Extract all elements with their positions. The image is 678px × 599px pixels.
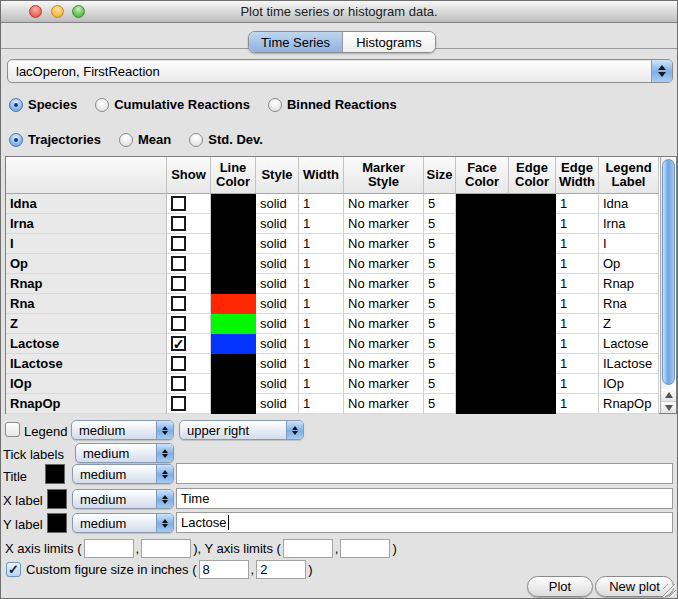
face-color-swatch[interactable] [456, 214, 509, 234]
y-label-font-size-select[interactable]: medium [72, 513, 174, 533]
tick-labels-font-size-select[interactable]: medium [75, 443, 174, 463]
legend-label-cell[interactable]: Lactose [599, 334, 659, 354]
style-cell[interactable]: solid [256, 214, 299, 234]
edge-color-swatch[interactable] [509, 274, 556, 294]
row-label[interactable]: IOp [6, 374, 167, 394]
scroll-down-icon[interactable] [661, 401, 676, 413]
width-cell[interactable]: 1 [299, 234, 344, 254]
style-cell[interactable]: solid [256, 314, 299, 334]
edge-color-swatch[interactable] [509, 234, 556, 254]
show-checkbox[interactable] [171, 216, 186, 231]
radio-cumulative-reactions[interactable]: Cumulative Reactions [95, 97, 250, 112]
marker-style-cell[interactable]: No marker [344, 254, 424, 274]
face-color-swatch[interactable] [456, 354, 509, 374]
row-label[interactable]: Rna [6, 294, 167, 314]
show-checkbox[interactable] [171, 256, 186, 271]
size-cell[interactable]: 5 [424, 334, 456, 354]
style-cell[interactable]: solid [256, 234, 299, 254]
edge-color-swatch[interactable] [509, 374, 556, 394]
legend-label-cell[interactable]: Rnap [599, 274, 659, 294]
figure-height-input[interactable]: 2 [256, 560, 306, 579]
row-label[interactable]: Rnap [6, 274, 167, 294]
y-min-input[interactable] [283, 539, 333, 558]
legend-position-select[interactable]: upper right [179, 420, 304, 440]
marker-style-cell[interactable]: No marker [344, 394, 424, 414]
y-label-input[interactable]: Lactose [176, 512, 673, 533]
titlebar[interactable]: Plot time series or histogram data. [1, 1, 677, 23]
figure-width-input[interactable]: 8 [199, 560, 249, 579]
size-cell[interactable]: 5 [424, 214, 456, 234]
line-color-swatch[interactable] [211, 394, 256, 414]
show-checkbox[interactable]: ✓ [171, 336, 186, 351]
line-color-swatch[interactable] [211, 314, 256, 334]
table-scrollbar[interactable] [660, 157, 676, 413]
legend-checkbox[interactable] [5, 422, 20, 437]
marker-style-cell[interactable]: No marker [344, 274, 424, 294]
width-cell[interactable]: 1 [299, 374, 344, 394]
scroll-up-icon[interactable] [661, 389, 676, 401]
marker-style-cell[interactable]: No marker [344, 354, 424, 374]
face-color-swatch[interactable] [456, 374, 509, 394]
width-cell[interactable]: 1 [299, 194, 344, 214]
row-label[interactable]: Z [6, 314, 167, 334]
legend-label-cell[interactable]: I [599, 234, 659, 254]
radio-species[interactable]: Species [9, 97, 77, 112]
show-checkbox[interactable] [171, 276, 186, 291]
legend-label-cell[interactable]: ILactose [599, 354, 659, 374]
line-color-swatch[interactable] [211, 234, 256, 254]
show-checkbox[interactable] [171, 196, 186, 211]
row-label[interactable]: Irna [6, 214, 167, 234]
line-color-swatch[interactable] [211, 274, 256, 294]
x-min-input[interactable] [84, 539, 134, 558]
size-cell[interactable]: 5 [424, 394, 456, 414]
size-cell[interactable]: 5 [424, 314, 456, 334]
legend-label-cell[interactable]: Rna [599, 294, 659, 314]
width-cell[interactable]: 1 [299, 294, 344, 314]
title-color-swatch[interactable] [45, 464, 65, 484]
legend-label-cell[interactable]: IOp [599, 374, 659, 394]
style-cell[interactable]: solid [256, 394, 299, 414]
x-label-color-swatch[interactable] [47, 489, 67, 509]
style-cell[interactable]: solid [256, 374, 299, 394]
row-label[interactable]: Op [6, 254, 167, 274]
x-label-input[interactable]: Time [176, 488, 673, 509]
edge-width-cell[interactable]: 1 [556, 254, 599, 274]
row-label[interactable]: I [6, 234, 167, 254]
show-checkbox[interactable] [171, 376, 186, 391]
style-cell[interactable]: solid [256, 334, 299, 354]
width-cell[interactable]: 1 [299, 354, 344, 374]
style-cell[interactable]: solid [256, 194, 299, 214]
x-label-font-size-select[interactable]: medium [72, 489, 174, 509]
width-cell[interactable]: 1 [299, 214, 344, 234]
simulation-select[interactable]: lacOperon, FirstReaction [7, 59, 673, 83]
radio-std-dev[interactable]: Std. Dev. [189, 132, 263, 147]
edge-width-cell[interactable]: 1 [556, 294, 599, 314]
show-checkbox[interactable] [171, 316, 186, 331]
marker-style-cell[interactable]: No marker [344, 194, 424, 214]
show-checkbox[interactable] [171, 236, 186, 251]
edge-width-cell[interactable]: 1 [556, 234, 599, 254]
size-cell[interactable]: 5 [424, 294, 456, 314]
show-checkbox[interactable] [171, 356, 186, 371]
edge-width-cell[interactable]: 1 [556, 194, 599, 214]
edge-color-swatch[interactable] [509, 314, 556, 334]
line-color-swatch[interactable] [211, 354, 256, 374]
row-label[interactable]: Lactose [6, 334, 167, 354]
edge-color-swatch[interactable] [509, 394, 556, 414]
size-cell[interactable]: 5 [424, 194, 456, 214]
face-color-swatch[interactable] [456, 274, 509, 294]
width-cell[interactable]: 1 [299, 334, 344, 354]
show-checkbox[interactable] [171, 396, 186, 411]
style-cell[interactable]: solid [256, 294, 299, 314]
face-color-swatch[interactable] [456, 254, 509, 274]
line-color-swatch[interactable] [211, 214, 256, 234]
row-label[interactable]: Idna [6, 194, 167, 214]
size-cell[interactable]: 5 [424, 234, 456, 254]
size-cell[interactable]: 5 [424, 354, 456, 374]
style-cell[interactable]: solid [256, 274, 299, 294]
resize-grip-icon[interactable] [663, 584, 676, 597]
line-color-swatch[interactable] [211, 294, 256, 314]
y-max-input[interactable] [340, 539, 390, 558]
edge-width-cell[interactable]: 1 [556, 374, 599, 394]
face-color-swatch[interactable] [456, 194, 509, 214]
